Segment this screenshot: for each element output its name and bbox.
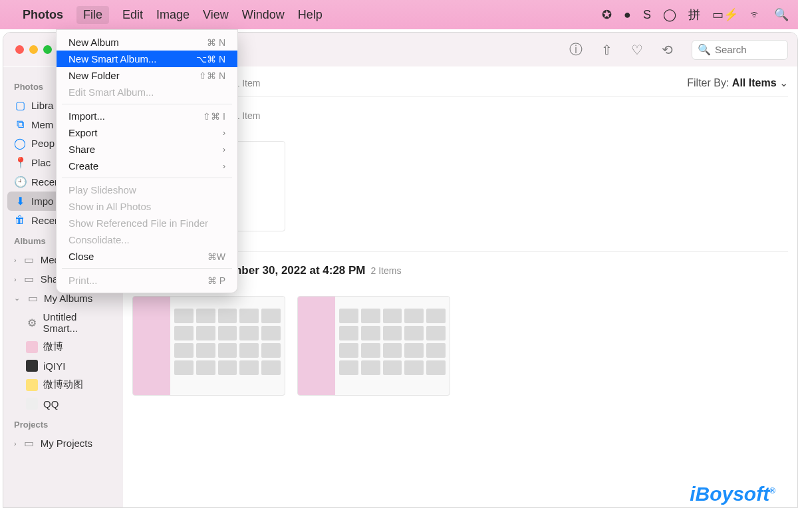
menu-close[interactable]: Close⌘W: [57, 248, 237, 265]
group-count: 2 Items: [371, 265, 402, 276]
menu-export[interactable]: Export›: [57, 124, 237, 141]
filter-label: Filter By:: [687, 77, 729, 88]
sidebar-item-untitled-smart[interactable]: ⚙Untitled Smart...: [7, 308, 119, 337]
menubar-edit[interactable]: Edit: [122, 8, 143, 22]
wifi-icon[interactable]: ᯤ: [750, 8, 762, 22]
favorite-icon[interactable]: ♡: [631, 42, 643, 58]
window-controls: [3, 45, 52, 54]
filter-value: All Items: [732, 77, 777, 88]
trash-icon: 🗑: [14, 214, 26, 226]
menu-consolidate: Consolidate...: [57, 231, 237, 248]
group-count: 1 Item: [235, 78, 261, 88]
album-thumb-icon: [26, 379, 38, 391]
folder-icon: ▭: [23, 437, 35, 450]
sidebar-item-qq[interactable]: QQ: [7, 394, 119, 413]
close-window-button[interactable]: [15, 45, 24, 54]
menubar-status-area: ✪ ● S ◯ 拼 ▭⚡ ᯤ 🔍: [602, 7, 789, 23]
album-thumb-icon: [26, 341, 38, 353]
sidebar-section-projects: Projects: [7, 413, 119, 434]
battery-icon[interactable]: ▭⚡: [712, 7, 738, 22]
menubar-help[interactable]: Help: [298, 8, 323, 22]
menu-show-referenced-file: Show Referenced File in Finder: [57, 215, 237, 231]
menu-edit-smart-album: Edit Smart Album...: [57, 84, 237, 100]
submenu-arrow-icon: ›: [223, 162, 225, 171]
album-thumb-icon: [26, 360, 38, 372]
share-icon[interactable]: ⇧: [601, 42, 612, 58]
app-icon-1[interactable]: S: [643, 8, 651, 22]
user-icon[interactable]: ◯: [663, 7, 676, 22]
file-menu-dropdown: New Album⌘ N New Smart Album...⌥⌘ N New …: [56, 29, 238, 293]
menu-create[interactable]: Create›: [57, 158, 237, 174]
album-thumb-icon: [26, 398, 38, 410]
search-icon: 🔍: [698, 43, 711, 56]
chevron-right-icon: ›: [14, 256, 17, 264]
info-icon[interactable]: ⓘ: [569, 41, 583, 59]
menubar-image[interactable]: Image: [156, 8, 190, 22]
chevron-down-icon: ⌄: [14, 294, 20, 303]
chevron-right-icon: ›: [14, 275, 17, 283]
submenu-arrow-icon: ›: [223, 145, 225, 154]
menu-play-slideshow: Play Slideshow: [57, 182, 237, 198]
menubar-view[interactable]: View: [203, 8, 229, 22]
menubar-window[interactable]: Window: [242, 8, 285, 22]
imports-icon: ⬇: [14, 195, 26, 207]
sidebar-item-iqiyi[interactable]: iQIYI: [7, 356, 119, 375]
places-icon: 📍: [14, 156, 26, 169]
folder-icon: ▭: [23, 253, 35, 266]
menu-print: Print...⌘ P: [57, 272, 237, 289]
group-count: 1 Item: [235, 110, 261, 121]
wechat-icon[interactable]: ✪: [602, 7, 612, 22]
people-icon: ◯: [14, 137, 26, 150]
sidebar-item-weibo-gif[interactable]: 微博动图: [7, 375, 119, 394]
photo-thumbnail[interactable]: [297, 296, 450, 396]
memories-icon: ⧉: [14, 118, 26, 130]
library-icon: ▢: [14, 99, 26, 112]
folder-icon: ▭: [27, 292, 39, 305]
submenu-arrow-icon: ›: [223, 128, 225, 138]
search-input[interactable]: [715, 44, 781, 55]
menubar-file[interactable]: File: [76, 6, 109, 24]
chevron-down-icon: ⌄: [779, 77, 788, 88]
sidebar-item-weibo[interactable]: 微博: [7, 337, 119, 356]
system-menubar: Photos File Edit Image View Window Help …: [0, 0, 798, 29]
menu-import[interactable]: Import...⇧⌘ I: [57, 108, 237, 124]
menu-show-in-all-photos: Show in All Photos: [57, 198, 237, 215]
input-method-icon[interactable]: 拼: [688, 7, 700, 23]
menu-new-smart-album[interactable]: New Smart Album...⌥⌘ N: [57, 51, 237, 67]
spotlight-icon[interactable]: 🔍: [774, 7, 789, 22]
shared-folder-icon: ▭: [23, 273, 35, 285]
gear-icon: ⚙: [26, 317, 37, 329]
search-field[interactable]: 🔍: [692, 40, 788, 60]
fullscreen-window-button[interactable]: [43, 45, 52, 54]
app-name[interactable]: Photos: [23, 8, 63, 22]
filter-control[interactable]: Filter By: All Items ⌄: [687, 76, 788, 89]
menu-share[interactable]: Share›: [57, 141, 237, 158]
rotate-icon[interactable]: ⟲: [662, 42, 673, 58]
chevron-right-icon: ›: [14, 440, 17, 448]
minimize-window-button[interactable]: [29, 45, 38, 54]
notification-icon[interactable]: ●: [624, 8, 631, 22]
menu-new-folder[interactable]: New Folder⇧⌘ N: [57, 67, 237, 84]
photo-thumbnail[interactable]: [132, 296, 285, 396]
recents-icon: 🕘: [14, 176, 26, 188]
menu-new-album[interactable]: New Album⌘ N: [57, 34, 237, 51]
sidebar-item-my-projects[interactable]: ›▭My Projects: [7, 434, 119, 453]
watermark: iBoysoft: [690, 483, 775, 505]
